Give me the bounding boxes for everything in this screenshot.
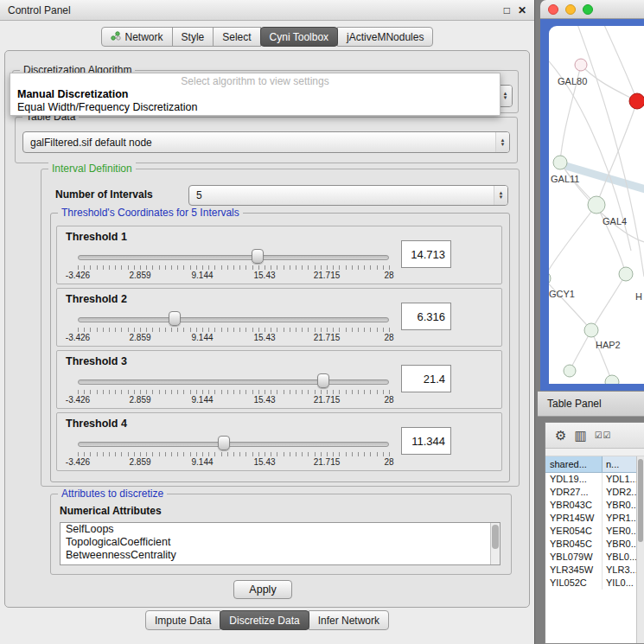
slider-thumb[interactable]: [169, 311, 181, 326]
slider-scale: -3.4262.8599.14415.4321.71528: [57, 395, 501, 406]
slider-track[interactable]: [78, 379, 389, 385]
attribute-list-item[interactable]: TopologicalCoefficient: [61, 536, 500, 549]
close-button[interactable]: [548, 4, 558, 15]
table-cell[interactable]: YLR345W: [545, 564, 603, 577]
combo-arrows-icon: ▲▼: [495, 132, 509, 152]
slider-scale-label: 21.715: [314, 333, 341, 342]
list-scrollbar[interactable]: [490, 523, 500, 564]
network-node[interactable]: [575, 59, 587, 71]
threshold-value-input[interactable]: [401, 427, 451, 455]
number-of-intervals-combobox[interactable]: 5 ▲▼: [188, 185, 508, 206]
tab-label: Network: [125, 31, 163, 43]
scrollbar-thumb[interactable]: [492, 525, 499, 549]
slider-scale-label: 28: [384, 457, 393, 467]
tab-label: Impute Data: [155, 615, 211, 627]
threshold-value-input[interactable]: [401, 303, 451, 330]
table-data-group: Table Data galFiltered.sif default node …: [15, 117, 518, 163]
dropdown-option-manual-discretization[interactable]: Manual Discretization: [10, 87, 500, 100]
column-header-shared-name[interactable]: shared...: [545, 456, 603, 472]
tab-cyni-toolbox[interactable]: Cyni Toolbox: [260, 27, 338, 47]
network-node[interactable]: [549, 271, 551, 285]
slider-scale-label: 21.715: [314, 271, 341, 280]
float-window-icon[interactable]: □: [504, 4, 510, 16]
network-node-selected[interactable]: [629, 93, 644, 109]
slider-scale: -3.4262.8599.14415.4321.71528: [57, 271, 501, 282]
network-node[interactable]: [553, 156, 567, 169]
slider-scale-label: 9.144: [191, 395, 213, 405]
network-canvas[interactable]: GAL80GAL11GAL4GCY1HHAP2: [549, 26, 644, 384]
scrollbar-thumb[interactable]: [638, 459, 643, 542]
network-node[interactable]: [584, 323, 598, 337]
table-row[interactable]: YDL19...YDL1...: [545, 473, 644, 486]
algorithm-dropdown-popup: Select algorithm to view settings Manual…: [10, 73, 501, 116]
table-header-row: shared... n...: [545, 456, 644, 473]
select-all-checkboxes-icon[interactable]: ☑☑: [595, 429, 612, 442]
table-cell[interactable]: YER054C: [545, 525, 603, 538]
slider-scale-label: -3.426: [66, 395, 90, 405]
table-cell[interactable]: YIL052C: [545, 577, 603, 590]
dropdown-option-equal-width-frequency[interactable]: Equal Width/Frequency Discretization: [10, 100, 500, 113]
table-toolbar-strip: [545, 449, 644, 456]
slider-scale-label: 28: [384, 395, 393, 405]
table-scrollbar[interactable]: [636, 456, 644, 643]
tab-discretize-data[interactable]: Discretize Data: [220, 610, 309, 630]
close-window-icon[interactable]: ✕: [518, 4, 526, 16]
table-cell[interactable]: YBR043C: [545, 499, 603, 512]
tab-select[interactable]: Select: [213, 27, 260, 47]
table-row[interactable]: YER054CYER0...: [545, 525, 644, 538]
slider-scale-label: 28: [384, 333, 393, 342]
table-cell[interactable]: YBR045C: [545, 538, 603, 551]
combo-value: 5: [196, 189, 202, 201]
network-node[interactable]: [588, 196, 605, 214]
network-node-label: GAL4: [603, 216, 627, 226]
slider-thumb[interactable]: [252, 249, 264, 264]
table-row[interactable]: YDR27...YDR2...: [545, 486, 644, 499]
slider-track[interactable]: [78, 442, 389, 447]
network-node[interactable]: [619, 267, 633, 281]
bottom-tabbar: Impute Data Discretize Data Infer Networ…: [0, 610, 535, 630]
tab-infer-network[interactable]: Infer Network: [309, 610, 389, 630]
network-node[interactable]: [605, 375, 619, 384]
table-cell[interactable]: YDR27...: [545, 486, 603, 499]
slider-track[interactable]: [78, 255, 389, 260]
tab-jactivemnodules[interactable]: jActiveMNodules: [337, 27, 433, 47]
table-cell[interactable]: YPR145W: [545, 512, 603, 525]
columns-icon[interactable]: ▥: [574, 429, 586, 442]
combo-arrows-icon: ▲▼: [494, 186, 507, 205]
gear-icon[interactable]: ⚙: [555, 429, 566, 442]
tab-impute-data[interactable]: Impute Data: [145, 610, 220, 630]
table-row[interactable]: YIL052CYIL0...: [545, 577, 644, 590]
attribute-list-item[interactable]: SelfLoops: [61, 523, 500, 536]
network-node[interactable]: [564, 365, 576, 377]
interval-definition-group: Interval Definition Number of Intervals …: [41, 169, 520, 487]
threshold-value-input[interactable]: [401, 240, 451, 268]
slider-scale-label: 9.144: [191, 333, 213, 342]
minimize-button[interactable]: [565, 4, 576, 15]
attribute-list-item[interactable]: BetweennessCentrality: [61, 549, 500, 562]
slider-scale-label: 28: [384, 271, 393, 280]
table-row[interactable]: YBR043CYBR0...: [545, 499, 644, 512]
table-row[interactable]: YPR145WYPR1...: [545, 512, 644, 525]
tab-network[interactable]: Network: [101, 27, 173, 47]
attributes-listbox[interactable]: SelfLoopsTopologicalCoefficientBetweenne…: [60, 522, 501, 565]
control-panel-titlebar: Control Panel □ ✕: [0, 0, 534, 21]
slider-thumb[interactable]: [218, 436, 230, 450]
table-cell[interactable]: YBL079W: [545, 551, 603, 564]
tab-style[interactable]: Style: [172, 27, 214, 47]
table-row[interactable]: YLR345WYLR3...: [545, 564, 644, 577]
apply-button[interactable]: Apply: [233, 580, 292, 599]
slider-thumb[interactable]: [317, 373, 329, 388]
table-row[interactable]: YBL079WYBL0...: [545, 551, 644, 564]
network-window-titlebar: [540, 0, 644, 19]
group-title: Attributes to discretize: [58, 488, 167, 501]
table-row[interactable]: YBR045CYBR0...: [545, 538, 644, 551]
slider-track[interactable]: [78, 317, 389, 322]
network-node-label: GCY1: [549, 289, 575, 299]
table-cell[interactable]: YDL19...: [545, 473, 603, 486]
threshold-value-input[interactable]: [401, 365, 451, 392]
tab-label: Infer Network: [318, 615, 379, 627]
zoom-button[interactable]: [583, 4, 593, 15]
network-node-label: GAL11: [551, 174, 579, 184]
table-data-combobox[interactable]: galFiltered.sif default node ▲▼: [22, 131, 510, 153]
attributes-group: Attributes to discretize Numerical Attri…: [50, 494, 512, 575]
